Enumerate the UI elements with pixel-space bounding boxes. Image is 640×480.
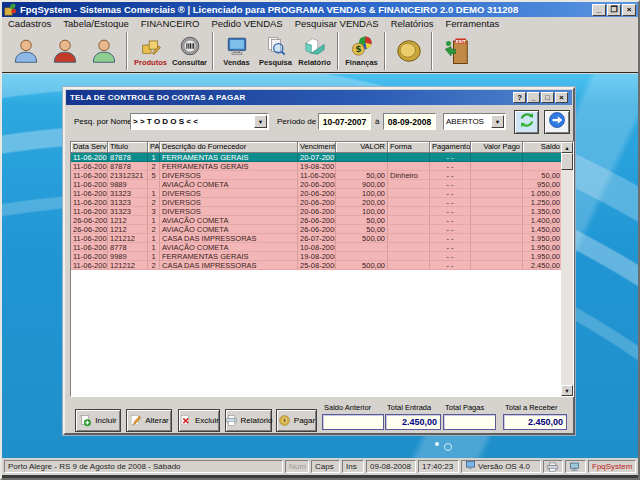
period-to-value: 08-09-2008 (388, 117, 431, 127)
column-header[interactable]: Saldo (523, 142, 563, 153)
table-cell: 11-06-2008 (71, 252, 108, 261)
excluir-button[interactable]: Excluir (178, 409, 220, 432)
table-row[interactable]: 11-06-2008313231DIVERSOS20-06-2008100,00… (71, 189, 573, 198)
scroll-up-icon[interactable]: ▲ (561, 142, 573, 153)
column-header[interactable]: Pagamento (430, 142, 471, 153)
incluir-button[interactable]: Incluir (75, 409, 121, 432)
relatorio-button[interactable]: Relatório (295, 31, 334, 71)
refresh-button[interactable] (514, 110, 539, 134)
status-brand: FpqSystem (588, 460, 636, 473)
table-row[interactable]: 11-06-20081212122CASA DAS IMPRESSORAS25-… (71, 261, 573, 270)
close-icon[interactable]: × (622, 4, 636, 16)
toolbar-button-label: Relatório (298, 58, 331, 67)
table-cell: - - (430, 261, 471, 270)
table-body: 11-06-2008878781FERRAMENTAS GERAIS20-07-… (71, 153, 573, 270)
table-cell: 1.950,00 (523, 252, 563, 261)
chevron-down-icon[interactable]: ▼ (491, 115, 504, 128)
table-cell: AVIAÇÃO COMETA (160, 225, 298, 234)
dialog-minimize-icon[interactable]: _ (527, 92, 540, 103)
printer-status-icon[interactable] (543, 460, 563, 473)
clients-blue-button[interactable] (6, 31, 45, 71)
window-title: FpqSystem - Sistemas Comerciais ® | Lice… (20, 4, 588, 15)
column-header[interactable]: PA (148, 142, 160, 153)
period-to-field[interactable]: 08-09-2008 (383, 113, 436, 130)
pay-coin-icon: $ (278, 414, 291, 427)
table-row[interactable]: 11-06-200887781AVIAÇÃO COMETA10-08-2008-… (71, 243, 573, 252)
table-row[interactable]: 11-06-2008878781FERRAMENTAS GERAIS20-07-… (71, 153, 573, 162)
table-row[interactable]: 11-06-200899891FERRAMENTAS GERAIS19-08-2… (71, 252, 573, 261)
period-from-field[interactable]: 10-07-2007 (318, 113, 371, 130)
dialog-close-icon[interactable]: × (555, 92, 568, 103)
status-date: 09-08-2008 (366, 460, 416, 473)
network-status-icon[interactable] (565, 460, 586, 473)
status-version: Versão OS 4.0 (461, 460, 541, 473)
table-cell: 50,00 (336, 216, 388, 225)
search-combobox[interactable]: > > T O D O S < < ▼ (130, 113, 269, 130)
column-header[interactable]: VALOR (336, 142, 388, 153)
financas-button[interactable]: $Finanças (342, 31, 381, 71)
table-row[interactable]: 11-06-20081212121CASA DAS IMPRESSORAS26-… (71, 234, 573, 243)
vertical-scrollbar[interactable]: ▲ ▼ (561, 142, 573, 396)
column-header[interactable]: Titulo (108, 142, 148, 153)
total-field (322, 414, 384, 430)
table-row[interactable]: 26-06-200812121AVIAÇÃO COMETA26-06-20085… (71, 216, 573, 225)
table-row[interactable]: 11-06-2008313233DIVERSOS20-06-2008100,00… (71, 207, 573, 216)
table-cell: 11-06-2008 (71, 198, 108, 207)
title-bar[interactable]: FpqSystem - Sistemas Comerciais ® | Lice… (2, 2, 638, 17)
table-cell: 31323 (108, 198, 148, 207)
coin-icon (394, 36, 424, 66)
edit-pencil-icon (129, 414, 142, 427)
table-row[interactable]: 11-06-2008313232DIVERSOS20-06-2008200,00… (71, 198, 573, 207)
menu-item-1[interactable]: Tabela/Estoque (57, 18, 135, 29)
table-cell: FERRAMENTAS GERAIS (160, 252, 298, 261)
dialog-title-bar[interactable]: TELA DE CONTROLE DO CONTAS A PAGAR ? _ □… (66, 90, 572, 105)
menu-item-5[interactable]: Relatórios (385, 18, 440, 29)
coin-button[interactable] (389, 31, 428, 71)
menu-item-0[interactable]: Cadastros (2, 18, 57, 29)
dialog-maximize-icon[interactable]: □ (541, 92, 554, 103)
table-cell (336, 252, 388, 261)
person-green-icon (89, 36, 119, 66)
table-cell: 26-07-2008 (298, 234, 336, 243)
pagar-button[interactable]: $Pagar (276, 409, 317, 432)
alterar-button[interactable]: Alterar (126, 409, 172, 432)
restore-icon[interactable]: ❐ (607, 4, 621, 16)
chevron-down-icon[interactable]: ▼ (254, 115, 267, 128)
table-row[interactable]: 11-06-2008213123215DIVERSOS11-06-200850,… (71, 171, 573, 180)
table-row[interactable]: 11-06-20089889AVIAÇÃO COMETA20-06-200890… (71, 180, 573, 189)
column-header[interactable]: Valor Pago (471, 142, 523, 153)
produtos-button[interactable]: Produtos (131, 31, 170, 71)
exit-button[interactable]: EXIT (436, 31, 475, 71)
menu-item-6[interactable]: Ferramentas (439, 18, 505, 29)
column-header[interactable]: Vencimento (298, 142, 336, 153)
minimize-icon[interactable]: _ (592, 4, 606, 16)
search-label: Pesq. por Nome (74, 117, 132, 126)
table-cell: 1.250,00 (523, 198, 563, 207)
table-cell: 500,00 (336, 234, 388, 243)
table-row[interactable]: 11-06-2008878782FERRAMENTAS GERAIS19-08-… (71, 162, 573, 171)
menu-item-2[interactable]: FINANCEIRO (135, 18, 206, 29)
status-filter-combobox[interactable]: ABERTOS ▼ (443, 113, 506, 130)
scroll-down-icon[interactable]: ▼ (561, 385, 573, 396)
search-value: > > T O D O S < < (131, 117, 254, 126)
pesquisa-button[interactable]: Pesquisa (256, 31, 295, 71)
column-header[interactable]: Data Serv (71, 142, 108, 153)
column-header[interactable]: Descrição do Fornecedor (160, 142, 298, 153)
go-button[interactable] (544, 110, 570, 134)
consultar-button[interactable]: Consultar (170, 31, 209, 71)
action-button-label: Excluir (195, 416, 219, 425)
help-icon[interactable]: ? (513, 92, 526, 103)
scrollbar-thumb[interactable] (561, 153, 573, 170)
table-cell: - - (430, 252, 471, 261)
column-header[interactable]: Forma (388, 142, 430, 153)
relatrio-button[interactable]: Relatório (225, 409, 272, 432)
accounts-payable-table: Data ServTituloPADescrição do Fornecedor… (70, 141, 574, 397)
clients-green-button[interactable] (84, 31, 123, 71)
clients-red-button[interactable] (45, 31, 84, 71)
table-cell: DIVERSOS (160, 171, 298, 180)
table-cell (471, 207, 523, 216)
vendas-button[interactable]: Vendas (217, 31, 256, 71)
table-row[interactable]: 26-06-200812122AVIAÇÃO COMETA26-06-20085… (71, 225, 573, 234)
menu-item-4[interactable]: Pesquisar VENDAS (289, 18, 385, 29)
menu-item-3[interactable]: Pedido VENDAS (205, 18, 288, 29)
